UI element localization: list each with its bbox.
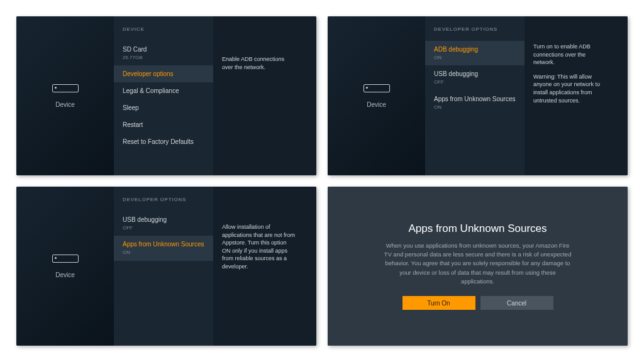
dialog-title: Apps from Unknown Sources <box>408 222 547 235</box>
left-panel: Device <box>16 16 114 175</box>
dialog-body: When you use applications from unknown s… <box>384 241 572 286</box>
menu-item[interactable]: Sleep <box>114 99 213 116</box>
menu-item-sub: 26.77GB <box>123 55 204 61</box>
menu-item-sub: ON <box>434 55 516 61</box>
menu-item-label: Reset to Factory Defaults <box>123 138 204 146</box>
menu-item-label: USB debugging <box>123 216 204 224</box>
description-panel: Enable ADB connections over the network. <box>213 16 316 175</box>
description-text: Turn on to enable ADB connections over t… <box>533 43 608 67</box>
menu-item[interactable]: USB debuggingOFF <box>114 211 213 236</box>
left-label: Device <box>55 272 75 278</box>
description-panel: Allow installation of applications that … <box>213 187 316 346</box>
description-text: Allow installation of applications that … <box>222 223 296 271</box>
menu-panel: DEVICE SD Card26.77GBDeveloper optionsLe… <box>114 16 213 175</box>
menu-item-label: Apps from Unknown Sources <box>434 95 516 103</box>
menu-item[interactable]: ADB debuggingON <box>425 41 525 65</box>
dialog: Apps from Unknown Sources When you use a… <box>328 187 628 346</box>
remote-icon <box>52 84 79 92</box>
menu-header: DEVELOPER OPTIONS <box>114 197 213 211</box>
cancel-button[interactable]: Cancel <box>480 296 553 310</box>
menu-item[interactable]: Apps from Unknown SourcesON <box>114 236 213 260</box>
menu-item-sub: ON <box>434 104 516 111</box>
dialog-buttons: Turn On Cancel <box>402 296 553 310</box>
warning-text: Warning: This will allow anyone on your … <box>533 73 608 104</box>
menu-item-label: SD Card <box>123 45 204 53</box>
left-label: Device <box>55 101 75 108</box>
menu-item-sub: ON <box>123 250 204 256</box>
menu-item-label: USB debugging <box>434 70 516 78</box>
menu-item[interactable]: USB debuggingOFF <box>425 65 525 90</box>
menu-item-label: Legal & Compliance <box>123 87 204 95</box>
screen-device-menu: Device DEVICE SD Card26.77GBDeveloper op… <box>16 16 316 175</box>
left-label: Device <box>367 101 386 108</box>
menu-item-sub: OFF <box>123 225 204 231</box>
screen-developer-adb: Device DEVELOPER OPTIONS ADB debuggingON… <box>328 16 628 175</box>
menu-item[interactable]: Legal & Compliance <box>114 82 213 99</box>
turn-on-button[interactable]: Turn On <box>402 296 475 310</box>
menu-item[interactable]: Restart <box>114 116 213 133</box>
left-panel: Device <box>328 16 425 175</box>
menu-item[interactable]: Developer options <box>114 65 213 82</box>
menu-item-sub: OFF <box>434 79 516 85</box>
menu-header: DEVICE <box>114 26 213 41</box>
menu-panel: DEVELOPER OPTIONS USB debuggingOFFApps f… <box>114 187 213 346</box>
screen-developer-unknown: Device DEVELOPER OPTIONS USB debuggingOF… <box>16 187 316 346</box>
remote-icon <box>364 84 390 92</box>
left-panel: Device <box>16 187 114 346</box>
remote-icon <box>52 255 79 263</box>
menu-item-label: Developer options <box>123 70 204 78</box>
menu-item-label: ADB debugging <box>434 45 516 53</box>
menu-item-label: Apps from Unknown Sources <box>123 240 204 248</box>
menu-header: DEVELOPER OPTIONS <box>425 26 525 41</box>
screen-dialog-unknown-sources: Apps from Unknown Sources When you use a… <box>328 187 628 346</box>
menu-panel: DEVELOPER OPTIONS ADB debuggingONUSB deb… <box>425 16 525 175</box>
menu-item-label: Restart <box>123 121 204 129</box>
menu-item[interactable]: SD Card26.77GB <box>114 41 213 65</box>
description-panel: Turn on to enable ADB connections over t… <box>525 16 628 175</box>
menu-item[interactable]: Reset to Factory Defaults <box>114 133 213 150</box>
menu-item[interactable]: Apps from Unknown SourcesON <box>425 90 525 115</box>
menu-item-label: Sleep <box>123 104 204 112</box>
description-text: Enable ADB connections over the network. <box>222 55 296 71</box>
